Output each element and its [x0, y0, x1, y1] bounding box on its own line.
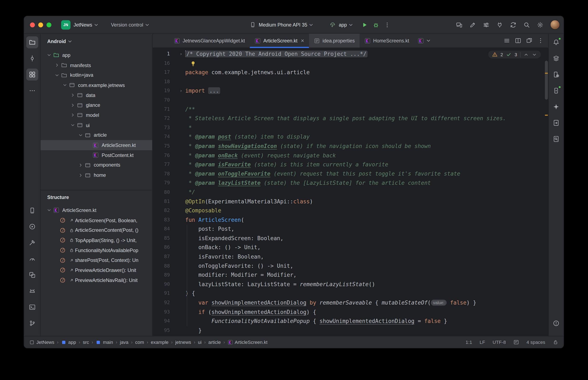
device-selector[interactable]: Medium Phone API 35 [250, 22, 314, 28]
code-line[interactable]: 91) { [153, 289, 548, 298]
profiler-tool-button[interactable] [26, 253, 38, 265]
line-number[interactable]: 89 [153, 270, 170, 280]
line-number[interactable]: 75 [153, 141, 170, 151]
code-line[interactable]: 18 [153, 77, 548, 86]
split-editor-icon[interactable] [515, 38, 521, 44]
code-line[interactable]: 78 * @param onToggleFavorite (event) req… [153, 169, 548, 178]
breadcrumb-ui[interactable]: ui [198, 340, 202, 345]
line-number[interactable]: 81 [153, 197, 170, 206]
more-run-options-button[interactable] [382, 19, 393, 30]
tree-item-com-example-jetnews[interactable]: com.example.jetnews [41, 80, 152, 90]
line-number[interactable]: 87 [153, 252, 170, 261]
code-line[interactable]: 71/** [153, 105, 548, 114]
tab-jetnewsglanceappwidget-kt[interactable]: JetnewsGlanceAppWidget.kt [169, 34, 250, 47]
device-manager-tool-button[interactable] [550, 69, 562, 80]
tree-item-kotlin-java[interactable]: kotlin+java [41, 70, 152, 80]
tree-item-components[interactable]: components [41, 160, 152, 170]
code-line[interactable]: 83fun ArticleScreen( [153, 215, 548, 225]
code-line[interactable]: 89 modifier: Modifier = Modifier, [153, 270, 548, 280]
build-tool-button[interactable] [26, 237, 38, 249]
line-number[interactable]: 72 [153, 114, 170, 123]
structure-item-previewarticledrawer-unit[interactable]: fPreviewArticleDrawer(): Unit [41, 265, 152, 275]
breadcrumb-articlescreen-kt[interactable]: ArticleScreen.kt [228, 340, 268, 345]
code-line[interactable]: 75 * @param showNavigationIcon (state) i… [153, 141, 548, 151]
close-window-button[interactable] [30, 22, 35, 27]
app-quality-insights-tool-button[interactable] [550, 117, 562, 129]
line-number[interactable]: 18 [153, 77, 170, 86]
tab-idea-properties[interactable]: idea.properties [309, 34, 360, 47]
gemini-tool-button[interactable] [550, 101, 562, 113]
file-writable-icon[interactable] [553, 340, 559, 345]
version-control-widget[interactable]: Version control [111, 22, 150, 28]
device-explorer-tool-button[interactable] [26, 204, 38, 216]
more-tool-windows-tool-button[interactable] [26, 85, 38, 96]
line-number[interactable]: 17 [153, 68, 170, 77]
line-number[interactable]: 1 [153, 50, 170, 59]
project-view-header[interactable]: Android [41, 34, 152, 49]
tree-item-home[interactable]: home [41, 170, 152, 180]
line-number[interactable]: 93 [153, 307, 170, 317]
code-line[interactable]: 90 lazyListState: LazyListState = rememb… [153, 280, 548, 289]
project-tool-button[interactable] [26, 36, 38, 48]
code-line[interactable]: 95 } [153, 326, 548, 335]
line-number[interactable]: 71 [153, 105, 170, 114]
code-editor[interactable]: 1›/* Copyright 2020 The Android Open Sou… [153, 48, 548, 336]
inspections-widget[interactable]: 2 3 [488, 51, 541, 58]
notifications-tool-button[interactable] [550, 36, 562, 48]
structure-item-articlescreen-post-boolean[interactable]: fArticleScreen(Post, Boolean, [41, 215, 152, 225]
code-line[interactable]: 87 isFavorite: Boolean, [153, 252, 548, 261]
zoom-window-button[interactable] [46, 22, 51, 27]
close-tab-icon[interactable]: × [301, 38, 304, 43]
code-line[interactable]: 94 FunctionalityNotAvailablePopup { show… [153, 317, 548, 326]
file-encoding[interactable]: UTF-8 [493, 340, 506, 345]
code-line[interactable]: 19›import ... [153, 86, 548, 95]
breadcrumb-jetnews[interactable]: jetnews [175, 340, 191, 345]
code-line[interactable]: 70 [153, 95, 548, 105]
open-tabs-list-icon[interactable] [504, 38, 510, 44]
code-line[interactable]: 82@Composable [153, 206, 548, 215]
breadcrumb-app[interactable]: app [61, 340, 76, 345]
code-line[interactable]: 79 * @param lazyListState (state) the [L… [153, 178, 548, 188]
app-inspection-tool-button[interactable] [26, 269, 38, 281]
hidden-tabs-widget[interactable] [418, 34, 431, 47]
code-line[interactable]: 73 * [153, 123, 548, 132]
problems-tool-button[interactable] [550, 317, 562, 329]
line-number[interactable]: 82 [153, 206, 170, 215]
chevron-down-icon[interactable] [46, 52, 53, 58]
line-number[interactable]: 76 [153, 151, 170, 160]
chevron-down-icon[interactable] [77, 132, 84, 138]
run-configuration-selector[interactable]: app [330, 22, 354, 28]
indent-style-icon[interactable] [513, 340, 519, 345]
chevron-down-icon[interactable] [46, 207, 53, 213]
structure-tool-button[interactable] [26, 69, 38, 80]
code-line[interactable]: 80 */ [153, 188, 548, 197]
tree-item-articlescreen-kt[interactable]: ArticleScreen.kt [41, 140, 152, 150]
scrollbar-thumb[interactable] [545, 61, 548, 99]
chevron-right-icon[interactable] [77, 172, 84, 178]
code-line[interactable]: 81@OptIn(ExperimentalMaterial3Api::class… [153, 197, 548, 206]
breadcrumb-com[interactable]: com [135, 340, 144, 345]
tree-item-ui[interactable]: ui [41, 120, 152, 130]
editor-options-icon[interactable] [537, 38, 544, 44]
commit-tool-button[interactable] [26, 53, 38, 64]
line-separator[interactable]: LF [480, 340, 485, 345]
search-everywhere-button[interactable] [521, 19, 532, 30]
debug-button[interactable] [370, 19, 382, 30]
tab-homescreens-kt[interactable]: HomeScreens.kt [360, 34, 414, 47]
version-control-tool-button[interactable] [26, 317, 38, 329]
line-number[interactable]: 95 [153, 326, 170, 335]
breadcrumb-example[interactable]: example [151, 340, 169, 345]
line-number[interactable]: 19 [153, 86, 170, 95]
structure-item-previewarticlenavrail-unit[interactable]: fPreviewArticleNavRail(): Unit [41, 275, 152, 285]
code-line[interactable]: 74 * @param post (state) item to display [153, 132, 548, 141]
chevron-right-icon[interactable] [69, 102, 76, 108]
running-devices-tool-button[interactable] [550, 85, 562, 96]
line-number[interactable]: 92 [153, 298, 170, 307]
warning-stripe-mark[interactable] [545, 73, 548, 74]
code-line[interactable]: 93 if (showUnimplementedActionDialog) { [153, 307, 548, 317]
code-line[interactable]: 88 onToggleFavorite: () -> Unit, [153, 261, 548, 270]
fold-marker-icon[interactable]: › [170, 50, 185, 59]
line-number[interactable]: 94 [153, 317, 170, 326]
editor-scrollbar[interactable] [545, 48, 548, 336]
line-number[interactable]: 16 [153, 59, 170, 68]
